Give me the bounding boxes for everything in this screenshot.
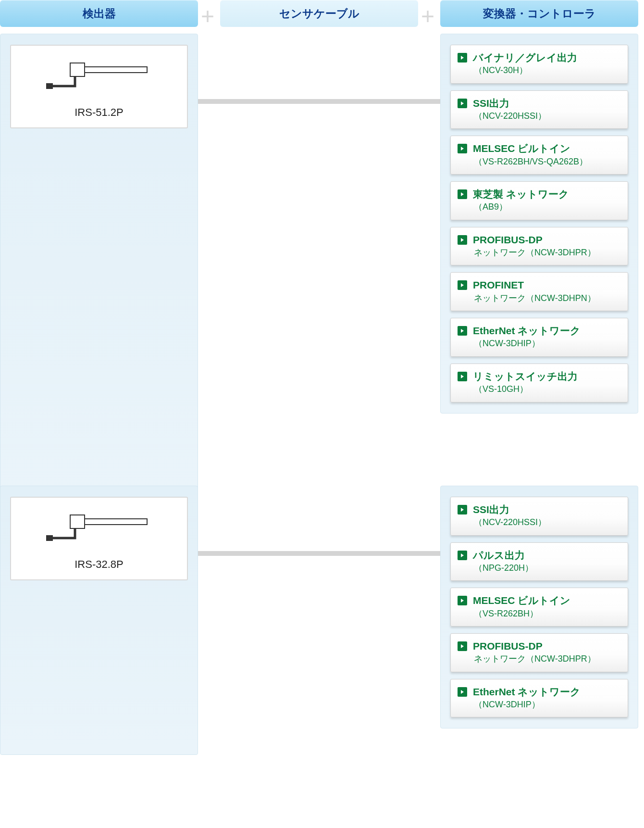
arrow-right-icon	[458, 326, 467, 336]
detector-panel: IRS-32.8P	[0, 486, 198, 755]
arrow-right-icon	[458, 687, 467, 697]
arrow-right-icon	[458, 144, 467, 153]
arrow-right-icon	[458, 505, 467, 514]
converter-subtitle: （NCW-3DHIP）	[473, 699, 620, 710]
svg-rect-1	[85, 67, 147, 73]
svg-rect-0	[70, 63, 85, 76]
converter-title: バイナリ／グレイ出力	[473, 51, 620, 64]
arrow-right-icon	[458, 99, 467, 108]
sensor-icon	[16, 510, 182, 544]
arrow-right-icon	[458, 596, 467, 605]
converter-subtitle: （VS-R262BH/VS-QA262B）	[473, 156, 620, 167]
converter-title: EtherNet ネットワーク	[473, 324, 620, 337]
converter-panel: SSI出力（NCV-220HSSI）パルス出力（NPG-220H）MELSEC …	[440, 486, 638, 728]
arrow-right-icon	[458, 372, 467, 381]
detector-column: 検出器 IRS-51.2P	[0, 0, 198, 471]
header-detector: 検出器	[0, 0, 198, 27]
detector-label: IRS-51.2P	[16, 106, 182, 119]
converter-subtitle: （AB9）	[473, 201, 620, 213]
arrow-right-icon	[458, 280, 467, 290]
svg-rect-2	[46, 83, 53, 89]
converter-column: SSI出力（NCV-220HSSI）パルス出力（NPG-220H）MELSEC …	[440, 486, 638, 728]
converter-subtitle: （NCW-3DHIP）	[473, 338, 620, 349]
converter-item[interactable]: 東芝製 ネットワーク（AB9）	[450, 181, 628, 220]
arrow-right-icon	[458, 53, 467, 63]
converter-subtitle: （NPG-220H）	[473, 563, 620, 574]
converter-item[interactable]: EtherNet ネットワーク（NCW-3DHIP）	[450, 679, 628, 718]
detector-label: IRS-32.8P	[16, 558, 182, 571]
svg-rect-3	[70, 515, 85, 528]
converter-item[interactable]: MELSEC ビルトイン（VS-R262BH/VS-QA262B）	[450, 136, 628, 175]
converter-title: リミットスイッチ出力	[473, 370, 620, 383]
arrow-right-icon	[458, 189, 467, 199]
converter-item[interactable]: SSI出力（NCV-220HSSI）	[450, 497, 628, 536]
converter-item[interactable]: SSI出力（NCV-220HSSI）	[450, 90, 628, 129]
arrow-right-icon	[458, 641, 467, 651]
connector-line	[192, 551, 447, 556]
converter-title: PROFIBUS-DP	[473, 640, 620, 652]
detector-column: IRS-32.8P	[0, 486, 198, 755]
sensor-icon	[16, 58, 182, 92]
converter-title: PROFIBUS-DP	[473, 233, 620, 246]
converter-title: SSI出力	[473, 503, 620, 516]
converter-item[interactable]: バイナリ／グレイ出力（NCV-30H）	[450, 45, 628, 84]
converter-subtitle: （NCV-220HSSI）	[473, 111, 620, 122]
group-row: + + 検出器 IRS-51.2P センサケーブル 変換	[0, 0, 644, 471]
converter-subtitle: ネットワーク（NCW-3DHPR）	[473, 247, 620, 258]
svg-rect-5	[46, 535, 53, 541]
converter-subtitle: ネットワーク（NCW-3DHPN）	[473, 293, 620, 304]
converter-item[interactable]: EtherNet ネットワーク（NCW-3DHIP）	[450, 318, 628, 357]
plus-icon: +	[421, 5, 434, 28]
converter-subtitle: （NCV-30H）	[473, 65, 620, 76]
converter-subtitle: （VS-10GH）	[473, 384, 620, 395]
converter-title: MELSEC ビルトイン	[473, 594, 620, 607]
converter-item[interactable]: PROFIBUS-DPネットワーク（NCW-3DHPR）	[450, 227, 628, 266]
converter-item[interactable]: PROFINETネットワーク（NCW-3DHPN）	[450, 272, 628, 311]
converter-item[interactable]: MELSEC ビルトイン（VS-R262BH）	[450, 588, 628, 627]
converter-item[interactable]: PROFIBUS-DPネットワーク（NCW-3DHPR）	[450, 633, 628, 672]
cable-column: センサケーブル	[220, 0, 418, 27]
converter-column: 変換器・コントローラ バイナリ／グレイ出力（NCV-30H）SSI出力（NCV-…	[440, 0, 638, 414]
detector-card[interactable]: IRS-51.2P	[10, 45, 188, 128]
converter-title: パルス出力	[473, 549, 620, 562]
converter-title: EtherNet ネットワーク	[473, 685, 620, 698]
arrow-right-icon	[458, 551, 467, 560]
converter-subtitle: （VS-R262BH）	[473, 608, 620, 619]
converter-title: 東芝製 ネットワーク	[473, 188, 620, 201]
header-converter: 変換器・コントローラ	[440, 0, 638, 27]
connector-line	[192, 99, 447, 104]
converter-title: MELSEC ビルトイン	[473, 142, 620, 155]
converter-item[interactable]: パルス出力（NPG-220H）	[450, 542, 628, 581]
header-cable: センサケーブル	[220, 0, 418, 27]
group-row: IRS-32.8P SSI出力（NCV-220HSSI）パルス出力（NPG-22…	[0, 486, 644, 755]
detector-panel: IRS-51.2P	[0, 34, 198, 505]
detector-card[interactable]: IRS-32.8P	[10, 497, 188, 580]
converter-item[interactable]: リミットスイッチ出力（VS-10GH）	[450, 364, 628, 402]
converter-title: PROFINET	[473, 278, 620, 291]
converter-panel: バイナリ／グレイ出力（NCV-30H）SSI出力（NCV-220HSSI）MEL…	[440, 34, 638, 414]
svg-rect-4	[85, 519, 147, 525]
plus-icon: +	[201, 5, 214, 28]
converter-subtitle: ネットワーク（NCW-3DHPR）	[473, 653, 620, 665]
converter-title: SSI出力	[473, 97, 620, 110]
converter-subtitle: （NCV-220HSSI）	[473, 517, 620, 528]
arrow-right-icon	[458, 235, 467, 245]
